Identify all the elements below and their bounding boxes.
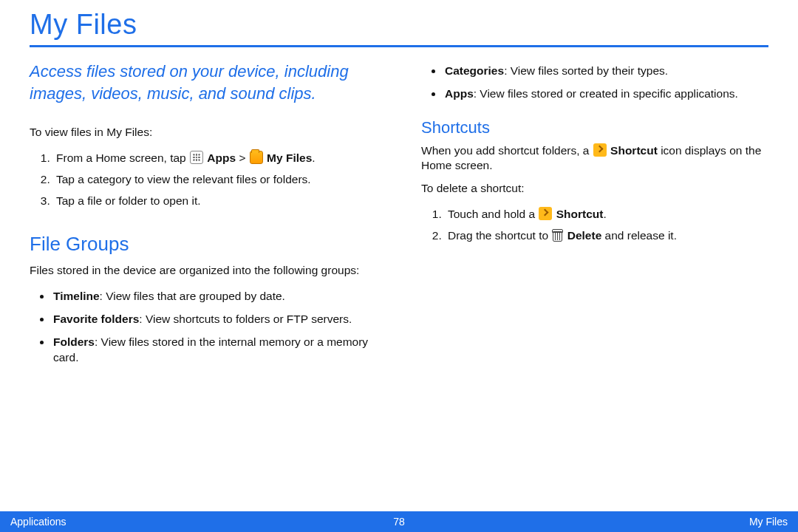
delete-label: Delete — [567, 229, 602, 242]
apps-label: Apps — [207, 151, 236, 164]
page: My Files Access files stored on your dev… — [0, 0, 798, 532]
shortcut-step-2: Drag the shortcut to Delete and release … — [445, 225, 768, 247]
view-steps: From a Home screen, tap Apps > My Files.… — [30, 148, 377, 212]
folder-icon — [250, 151, 263, 164]
item-bold: Favorite folders — [53, 313, 139, 325]
step-1: From a Home screen, tap Apps > My Files. — [53, 148, 377, 169]
item-bold: Categories — [445, 64, 504, 77]
text: > — [239, 151, 248, 164]
text: . — [603, 208, 606, 220]
shortcuts-heading: Shortcuts — [421, 117, 768, 139]
text: and release it. — [601, 229, 677, 242]
text: When you add shortcut folders, a — [421, 144, 593, 157]
item-text: : View files stored or created in specif… — [474, 87, 738, 100]
item-text: : View files that are grouped by date. — [100, 290, 285, 302]
text: Touch and hold a — [448, 208, 538, 220]
step-3: Tap a file or folder to open it. — [53, 191, 377, 212]
text: . — [312, 151, 315, 164]
shortcut-step-1: Touch and hold a Shortcut. — [445, 204, 768, 225]
item-text: : View shortcuts to folders or FTP serve… — [139, 313, 352, 325]
list-item: Timeline: View files that are grouped by… — [52, 286, 377, 309]
item-bold: Folders — [53, 335, 95, 348]
intro-text: Access files stored on your device, incl… — [30, 61, 377, 104]
shortcut-label: Shortcut — [556, 208, 604, 220]
list-item: Apps: View files stored or created in sp… — [443, 83, 768, 106]
page-number: 78 — [393, 516, 405, 528]
shortcut-label: Shortcut — [610, 144, 658, 157]
file-groups-list-right: Categories: View files sorted by their t… — [421, 61, 768, 106]
footer-right: My Files — [749, 516, 788, 528]
footer-bar: Applications 78 My Files — [0, 511, 798, 532]
title-rule — [30, 45, 768, 47]
file-groups-lead: Files stored in the device are organized… — [30, 263, 377, 279]
right-column: Categories: View files sorted by their t… — [421, 61, 768, 370]
shortcut-icon — [593, 143, 607, 157]
view-lead: To view files in My Files: — [30, 125, 377, 140]
item-text: : View files sorted by their types. — [504, 64, 668, 77]
item-text: : View files stored in the internal memo… — [53, 335, 368, 364]
step-2: Tap a category to view the relevant file… — [53, 169, 377, 191]
left-column: Access files stored on your device, incl… — [30, 61, 377, 370]
item-bold: Timeline — [53, 290, 100, 302]
list-item: Favorite folders: View shortcuts to fold… — [52, 309, 377, 332]
shortcuts-lead: To delete a shortcut: — [421, 181, 768, 197]
file-groups-heading: File Groups — [30, 231, 377, 257]
footer-left: Applications — [10, 516, 66, 528]
columns: Access files stored on your device, incl… — [30, 61, 768, 370]
page-title: My Files — [30, 9, 768, 41]
text: From a Home screen, tap — [56, 151, 189, 164]
list-item: Folders: View files stored in the intern… — [52, 332, 377, 370]
myfiles-label: My Files — [267, 151, 312, 164]
file-groups-list-left: Timeline: View files that are grouped by… — [30, 286, 377, 370]
shortcut-icon — [539, 207, 552, 220]
apps-icon — [190, 151, 203, 164]
list-item: Categories: View files sorted by their t… — [443, 61, 768, 83]
text: Drag the shortcut to — [448, 229, 551, 242]
shortcut-steps: Touch and hold a Shortcut. Drag the shor… — [421, 204, 768, 247]
trash-icon — [552, 229, 563, 242]
item-bold: Apps — [445, 87, 474, 100]
shortcuts-p1: When you add shortcut folders, a Shortcu… — [421, 143, 768, 174]
